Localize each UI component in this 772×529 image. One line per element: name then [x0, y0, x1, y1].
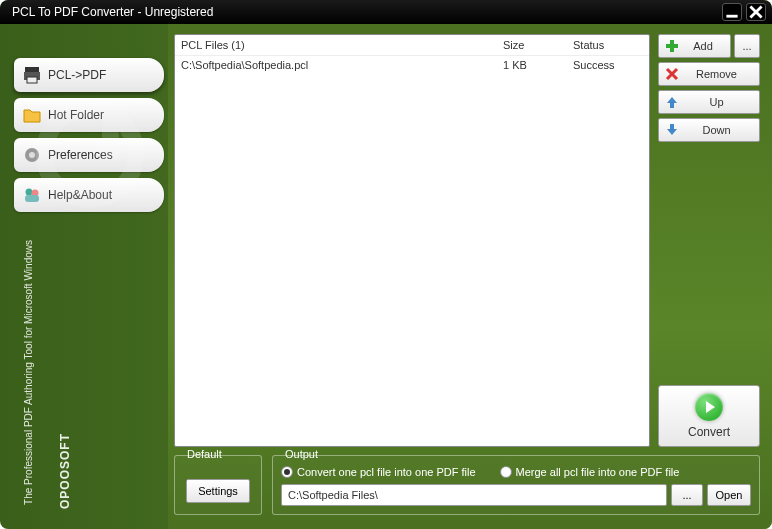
radio-convert-one[interactable]: Convert one pcl file into one PDF file: [281, 466, 476, 478]
down-label: Down: [684, 124, 759, 136]
output-legend: Output: [281, 448, 322, 460]
body: PCL->PDF Hot Folder Preferences Help&Abo…: [0, 24, 772, 529]
close-icon: [749, 5, 763, 19]
close-button[interactable]: [746, 3, 766, 21]
add-row: Add ...: [658, 34, 760, 58]
col-header-size: Size: [503, 39, 573, 51]
window-title: PCL To PDF Converter - Unregistered: [6, 5, 722, 19]
path-open-button[interactable]: Open: [707, 484, 751, 506]
main-panel: PCL Files (1) Size Status C:\Softpedia\S…: [168, 24, 772, 529]
convert-label: Convert: [688, 425, 730, 439]
minimize-button[interactable]: [722, 3, 742, 21]
printer-icon: [22, 65, 42, 85]
svg-rect-0: [726, 15, 737, 18]
window-controls: [722, 3, 766, 21]
output-path-value: C:\Softpedia Files\: [288, 489, 378, 501]
ellipsis-label: ...: [742, 40, 751, 52]
down-button[interactable]: Down: [658, 118, 760, 142]
default-group: Default Settings: [174, 455, 262, 515]
up-label: Up: [684, 96, 759, 108]
convert-button[interactable]: Convert: [658, 385, 760, 447]
file-size: 1 KB: [503, 59, 573, 71]
svg-rect-3: [27, 77, 37, 83]
add-button[interactable]: Add: [658, 34, 731, 58]
arrow-up-icon: [665, 95, 679, 109]
svg-rect-1: [25, 67, 39, 72]
output-group: Output Convert one pcl file into one PDF…: [272, 455, 760, 515]
default-legend: Default: [183, 448, 226, 460]
remove-button[interactable]: Remove: [658, 62, 760, 86]
sidebar-item-label: PCL->PDF: [48, 68, 106, 82]
col-header-name: PCL Files (1): [181, 39, 503, 51]
sidebar: PCL->PDF Hot Folder Preferences Help&Abo…: [0, 24, 168, 529]
bottom-row: Default Settings Output Convert one pcl …: [174, 455, 760, 515]
svg-rect-10: [102, 112, 119, 160]
play-icon: [695, 393, 723, 421]
settings-label: Settings: [198, 485, 238, 497]
add-label: Add: [684, 40, 730, 52]
path-browse-button[interactable]: ...: [671, 484, 703, 506]
radio-icon: [281, 466, 293, 478]
output-path-row: C:\Softpedia Files\ ... Open: [281, 484, 751, 506]
radio-merge-all[interactable]: Merge all pcl file into one PDF file: [500, 466, 680, 478]
radio-one-label: Convert one pcl file into one PDF file: [297, 466, 476, 478]
x-icon: [665, 67, 679, 81]
file-row[interactable]: C:\Softpedia\Softpedia.pcl 1 KB Success: [175, 56, 649, 74]
svg-rect-12: [666, 44, 678, 48]
file-list-header: PCL Files (1) Size Status: [175, 35, 649, 55]
logo-watermark: [30, 84, 150, 224]
radio-icon: [500, 466, 512, 478]
svg-point-9: [44, 108, 135, 199]
app-window: PCL To PDF Converter - Unregistered PCL-…: [0, 0, 772, 529]
settings-button[interactable]: Settings: [186, 479, 250, 503]
path-open-label: Open: [716, 489, 743, 501]
arrow-down-icon: [665, 123, 679, 137]
button-column: Add ... Remove Up: [658, 34, 760, 447]
file-name: C:\Softpedia\Softpedia.pcl: [181, 59, 503, 71]
brand-text: OPOOSOFT: [58, 433, 72, 509]
tagline-text: The Professional PDF Authoring Tool for …: [22, 240, 162, 505]
add-browse-button[interactable]: ...: [734, 34, 760, 58]
plus-icon: [665, 39, 679, 53]
file-status: Success: [573, 59, 643, 71]
path-browse-label: ...: [682, 489, 691, 501]
file-list-panel: PCL Files (1) Size Status C:\Softpedia\S…: [174, 34, 650, 447]
output-path-input[interactable]: C:\Softpedia Files\: [281, 484, 667, 506]
titlebar[interactable]: PCL To PDF Converter - Unregistered: [0, 0, 772, 24]
col-header-status: Status: [573, 39, 643, 51]
minimize-icon: [725, 5, 739, 19]
remove-label: Remove: [684, 68, 759, 80]
radio-merge-label: Merge all pcl file into one PDF file: [516, 466, 680, 478]
top-row: PCL Files (1) Size Status C:\Softpedia\S…: [174, 34, 760, 447]
up-button[interactable]: Up: [658, 90, 760, 114]
output-radios: Convert one pcl file into one PDF file M…: [281, 466, 751, 478]
